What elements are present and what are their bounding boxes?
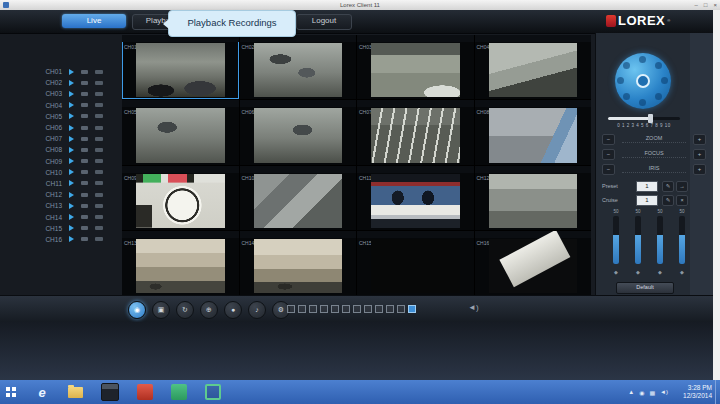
cruise-edit-icon[interactable]: ✎ (662, 195, 674, 206)
sound-icon[interactable] (95, 159, 103, 163)
camera-video[interactable] (489, 174, 578, 228)
green-app-icon[interactable] (171, 384, 187, 400)
tray-chevron-icon[interactable]: ▲ (628, 389, 634, 395)
channel-row-ch06[interactable]: CH06 (40, 122, 103, 133)
play-icon[interactable] (69, 169, 74, 175)
slider-track[interactable] (635, 216, 641, 264)
iris-minus-button[interactable]: − (602, 164, 615, 175)
camera-cell-ch09[interactable]: CH09 (122, 166, 239, 230)
sound-icon[interactable] (95, 81, 103, 85)
sound-icon[interactable] (95, 148, 103, 152)
ptz-left-icon[interactable] (617, 77, 624, 84)
hue-slider[interactable]: 50 ◆ (676, 209, 688, 275)
layout-option-icon[interactable] (287, 305, 295, 313)
stream-icon[interactable] (81, 114, 88, 118)
preset-input[interactable]: 1 (636, 181, 658, 192)
layout-option-icon[interactable] (320, 305, 328, 313)
camera-cell-ch03[interactable]: CH03 (357, 35, 474, 99)
ptz-speed-slider[interactable] (608, 117, 680, 120)
green-frame-app-icon[interactable] (205, 384, 221, 400)
channel-row-ch12[interactable]: CH12 (40, 189, 103, 200)
camera-cell-ch15[interactable]: CH15 (357, 231, 474, 295)
slider-track[interactable] (679, 216, 685, 264)
layout-option-icon[interactable] (386, 305, 394, 313)
channel-row-ch16[interactable]: CH16 (40, 234, 103, 245)
channel-row-ch07[interactable]: CH07 (40, 133, 103, 144)
camera-cell-ch12[interactable]: CH12 (475, 166, 592, 230)
minimize-icon[interactable]: – (695, 0, 698, 10)
camera-video[interactable] (254, 108, 343, 162)
logout-button[interactable]: Logout (296, 14, 352, 30)
camera-cell-ch10[interactable]: CH10 (240, 166, 357, 230)
play-icon[interactable] (69, 147, 74, 153)
stream-icon[interactable] (81, 226, 88, 230)
stream-icon[interactable] (81, 148, 88, 152)
layout-option-icon[interactable] (298, 305, 306, 313)
sound-icon[interactable] (95, 126, 103, 130)
play-icon[interactable] (69, 203, 74, 209)
camera-video[interactable] (254, 174, 343, 228)
sound-icon[interactable] (95, 181, 103, 185)
sound-icon[interactable] (95, 70, 103, 74)
focus-plus-button[interactable]: + (693, 149, 706, 160)
focus-minus-button[interactable]: − (602, 149, 615, 160)
ptz-down-left-icon[interactable] (623, 93, 630, 100)
play-icon[interactable] (69, 125, 74, 131)
zoom-plus-button[interactable]: + (693, 134, 706, 145)
camera-video[interactable] (254, 239, 343, 293)
view-mode-button[interactable]: ◉ (128, 301, 146, 319)
camera-video[interactable] (371, 174, 460, 228)
slider-handle[interactable] (648, 114, 653, 123)
sound-icon[interactable] (95, 103, 103, 107)
slider-reset-icon[interactable]: ◆ (632, 269, 644, 275)
layout-option-icon[interactable] (364, 305, 372, 313)
play-icon[interactable] (69, 225, 74, 231)
channel-row-ch08[interactable]: CH08 (40, 144, 103, 155)
play-icon[interactable] (69, 69, 74, 75)
stream-icon[interactable] (81, 137, 88, 141)
stream-icon[interactable] (81, 204, 88, 208)
camera-cell-ch08[interactable]: CH08 (475, 100, 592, 164)
sound-icon[interactable] (95, 226, 103, 230)
layout-option-icon[interactable] (353, 305, 361, 313)
zoom-minus-button[interactable]: − (602, 134, 615, 145)
stream-icon[interactable] (81, 181, 88, 185)
file-explorer-icon[interactable] (68, 387, 83, 398)
capture-button[interactable]: ▣ (152, 301, 170, 319)
play-icon[interactable] (69, 180, 74, 186)
channel-row-ch04[interactable]: CH04 (40, 100, 103, 111)
camera-video[interactable] (136, 174, 225, 228)
stream-icon[interactable] (81, 81, 88, 85)
play-icon[interactable] (69, 91, 74, 97)
preset-edit-icon[interactable]: ✎ (662, 181, 674, 192)
sound-icon[interactable] (95, 215, 103, 219)
tray-network-icon[interactable]: ▦ (649, 389, 655, 396)
slider-track[interactable] (657, 216, 663, 264)
play-icon[interactable] (69, 136, 74, 142)
sound-icon[interactable] (95, 137, 103, 141)
slider-track[interactable] (613, 216, 619, 264)
play-icon[interactable] (69, 158, 74, 164)
channel-row-ch03[interactable]: CH03 (40, 88, 103, 99)
ptz-up-right-icon[interactable] (655, 62, 662, 69)
camera-video[interactable] (136, 108, 225, 162)
contrast-slider[interactable]: 50 ◆ (632, 209, 644, 275)
camera-video[interactable] (136, 43, 225, 97)
tray-volume-icon[interactable]: ◄) (660, 389, 668, 395)
ptz-up-icon[interactable] (639, 56, 646, 63)
camera-cell-ch07[interactable]: CH07 (357, 100, 474, 164)
brightness-slider[interactable]: 50 ◆ (610, 209, 622, 275)
red-app-icon[interactable] (137, 384, 153, 400)
camera-cell-ch11[interactable]: CH11 (357, 166, 474, 230)
camera-video[interactable] (254, 43, 343, 97)
zoom-mode-button[interactable]: ⊕ (200, 301, 218, 319)
slider-reset-icon[interactable]: ◆ (676, 269, 688, 275)
camera-cell-ch13[interactable]: CH13 (122, 231, 239, 295)
play-icon[interactable] (69, 80, 74, 86)
stream-icon[interactable] (81, 103, 88, 107)
stream-icon[interactable] (81, 170, 88, 174)
saturation-slider[interactable]: 50 ◆ (654, 209, 666, 275)
iris-plus-button[interactable]: + (693, 164, 706, 175)
camera-video[interactable] (371, 239, 460, 293)
preset-go-icon[interactable]: → (676, 181, 688, 192)
